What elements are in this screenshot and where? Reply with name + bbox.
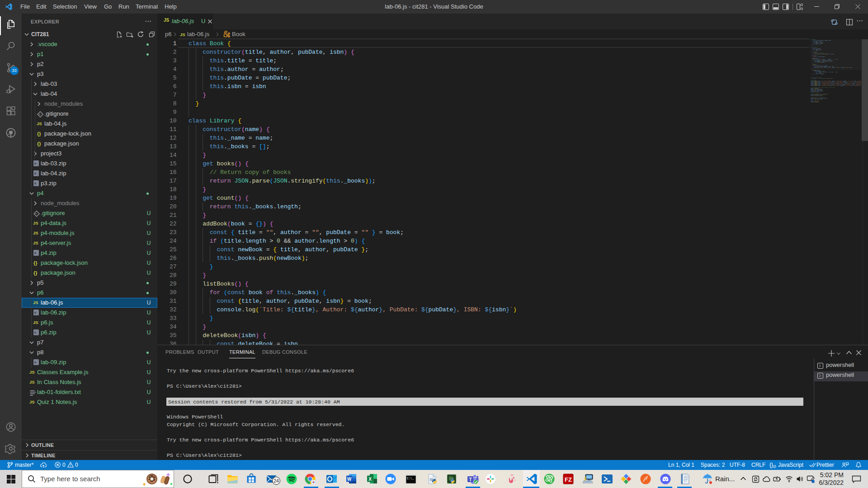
svg-text:W: W <box>347 477 352 482</box>
svg-text:C:\_: C:\_ <box>407 477 414 480</box>
svg-text:FZ: FZ <box>565 476 572 483</box>
svg-text:T: T <box>469 477 472 482</box>
svg-text:X: X <box>368 477 372 482</box>
